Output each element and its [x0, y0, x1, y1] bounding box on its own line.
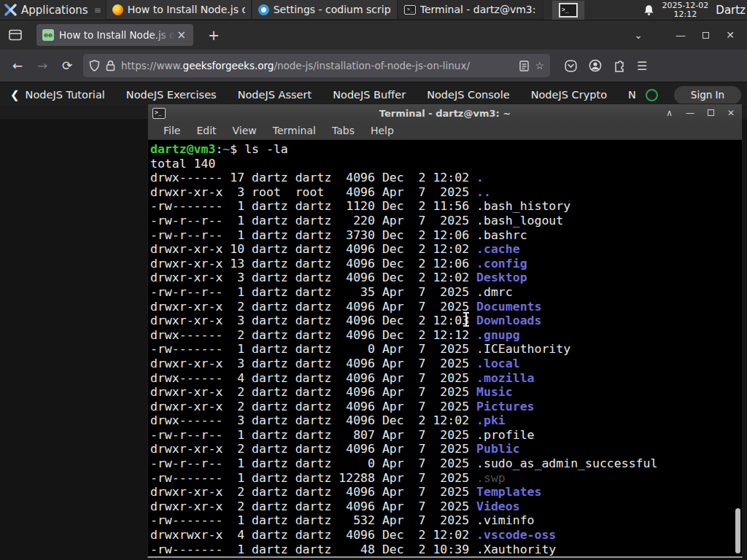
bookmark-star-icon[interactable]: ☆: [535, 60, 544, 71]
menu-item-help[interactable]: Help: [363, 125, 402, 136]
taskbar-window-firefox[interactable]: How to Install Node.js o...: [106, 0, 252, 20]
browser-tab[interactable]: ee How to Install Node.js on ×: [36, 24, 193, 46]
ls-name: Public: [476, 442, 520, 456]
ls-name: Music: [476, 385, 513, 399]
tab-close-icon[interactable]: ×: [175, 28, 187, 42]
terminal-maximize-icon[interactable]: [708, 104, 714, 122]
url-text[interactable]: https://www.geeksforgeeks.org/node-js/in…: [121, 60, 514, 71]
search-icon[interactable]: [646, 89, 658, 101]
menu-item-terminal[interactable]: Terminal: [265, 125, 324, 136]
window-minimize-icon[interactable]: —: [668, 29, 693, 41]
subnav-link-5[interactable]: NodeJS Crypto: [531, 89, 607, 101]
applications-menu-button[interactable]: Applications ≡: [0, 0, 106, 20]
ls-name: .bashrc: [476, 228, 527, 242]
account-icon[interactable]: [589, 59, 602, 72]
ls-meta: drwx------ 3 dartz dartz 4096 Dec 2 12:0…: [150, 413, 476, 427]
pocket-icon[interactable]: [565, 60, 577, 72]
toolbar-right-icons: ☰: [565, 59, 647, 73]
terminal-titlebar[interactable]: Terminal - dartz@vm3: ~ >_ ∧ — ✕: [148, 104, 742, 122]
window-close-icon[interactable]: ✕: [718, 29, 743, 41]
ls-name: .Xauthority: [476, 542, 556, 556]
reader-mode-icon[interactable]: [519, 61, 529, 71]
ls-line: drwx------ 2 dartz dartz 4096 Dec 2 12:1…: [150, 328, 742, 343]
terminal-close-icon[interactable]: ✕: [727, 104, 735, 122]
ls-meta: drwx------ 17 dartz dartz 4096 Dec 2 12:…: [150, 171, 476, 184]
prompt-user-host: dartz@vm3: [150, 142, 215, 156]
ls-name: .config: [476, 257, 527, 271]
subnav-link-2[interactable]: NodeJS Assert: [238, 89, 312, 101]
subnav-link-3[interactable]: NodeJS Buffer: [333, 89, 406, 101]
ls-line: -rw------- 1 dartz dartz 48 Dec 2 10:39 …: [150, 542, 742, 556]
extensions-icon[interactable]: [614, 60, 625, 72]
ls-line: drwxr-xr-x 2 dartz dartz 4096 Apr 7 2025…: [150, 385, 742, 400]
lock-icon[interactable]: [106, 60, 115, 71]
menu-item-tabs[interactable]: Tabs: [324, 125, 363, 136]
ls-line: drwxr-xr-x 3 dartz dartz 4096 Dec 2 12:0…: [150, 314, 742, 328]
ls-line: -rw------- 1 dartz dartz 1120 Dec 2 11:5…: [150, 199, 742, 214]
url-scheme: https://www.: [121, 60, 183, 71]
ls-line: drwx------ 17 dartz dartz 4096 Dec 2 12:…: [150, 171, 742, 185]
terminal-scrollbar[interactable]: [735, 140, 741, 556]
ls-meta: drwxr-xr-x 2 dartz dartz 4096 Apr 7 2025: [150, 442, 476, 456]
terminal-shade-icon[interactable]: ∧: [666, 104, 673, 122]
ls-meta: -rw-r--r-- 1 dartz dartz 35 Apr 7 2025: [150, 285, 476, 299]
ls-name: Pictures: [476, 400, 534, 413]
back-icon[interactable]: ←: [6, 58, 29, 73]
terminal-minimize-icon[interactable]: —: [686, 104, 694, 122]
ls-line: drwxr-xr-x 2 dartz dartz 4096 Apr 7 2025…: [150, 499, 742, 514]
ls-meta: -rw------- 1 dartz dartz 0 Apr 7 2025: [150, 342, 476, 356]
ls-meta: drwxr-xr-x 13 dartz dartz 4096 Dec 2 12:…: [150, 257, 476, 271]
ls-line: drwxr-xr-x 3 dartz dartz 4096 Apr 7 2025…: [150, 357, 742, 371]
ls-name: .vscode-oss: [476, 528, 556, 542]
ls-line: -rw------- 1 dartz dartz 532 Apr 7 2025 …: [150, 513, 742, 528]
menu-item-view[interactable]: View: [225, 125, 265, 136]
prompt-colon: :: [215, 142, 222, 156]
terminal-title: Terminal - dartz@vm3: ~: [148, 108, 742, 119]
ls-name: Templates: [476, 485, 541, 499]
taskbar-window-codium[interactable]: Settings - codium script...: [252, 0, 398, 20]
terminal-window-controls: ∧ — ✕: [666, 104, 738, 122]
top-panel: Applications ≡ How to Install Node.js o.…: [0, 0, 747, 20]
tray-username[interactable]: Dartz: [716, 4, 746, 17]
reload-icon[interactable]: ⟳: [55, 58, 79, 73]
window-maximize-icon[interactable]: [693, 29, 718, 41]
url-bar[interactable]: https://www.geeksforgeeks.org/node-js/in…: [83, 54, 550, 77]
tracking-shield-icon[interactable]: [89, 60, 100, 71]
ls-meta: drwxr-xr-x 2 dartz dartz 4096 Apr 7 2025: [150, 385, 476, 399]
ls-name: .bash_logout: [476, 214, 563, 228]
terminal-launcher[interactable]: >_: [552, 1, 584, 20]
subnav-link-4[interactable]: NodeJS Console: [427, 89, 510, 101]
ls-line: drwxrwxr-x 4 dartz dartz 4096 Dec 2 12:0…: [150, 528, 742, 542]
forward-icon[interactable]: →: [31, 58, 54, 73]
terminal-icon: >_: [404, 5, 416, 15]
sign-in-button[interactable]: Sign In: [674, 86, 741, 104]
ls-name: .: [476, 171, 484, 184]
ls-name: .sudo_as_admin_successful: [476, 456, 657, 470]
ls-line: drwxr-xr-x 2 dartz dartz 4096 Apr 7 2025…: [150, 300, 742, 314]
terminal-screen[interactable]: dartz@vm3:~$ ls -la total 140 drwx------…: [148, 140, 742, 556]
ls-line: drwxr-xr-x 3 root root 4096 Apr 7 2025 .…: [150, 185, 742, 200]
terminal-menubar: FileEditViewTerminalTabsHelp: [148, 122, 742, 140]
subnav-link-1[interactable]: NodeJS Exercises: [126, 89, 217, 101]
ls-meta: drwxr-xr-x 2 dartz dartz 4096 Apr 7 2025: [150, 400, 476, 413]
ls-line: drwxr-xr-x 2 dartz dartz 4096 Apr 7 2025…: [150, 400, 742, 414]
clock[interactable]: 2025-12-02 12:12: [662, 1, 708, 19]
new-tab-button[interactable]: +: [202, 27, 225, 43]
taskbar-window-terminal[interactable]: >_Terminal - dartz@vm3: ~: [398, 0, 543, 20]
terminal-scrollbar-thumb[interactable]: [735, 508, 740, 553]
ls-line: drwxr-xr-x 10 dartz dartz 4096 Dec 2 12:…: [150, 242, 742, 257]
terminal-window-icon: >_: [152, 108, 166, 119]
subnav-back-chevron-icon[interactable]: ❮: [10, 88, 20, 101]
url-domain: geeksforgeeks.org: [183, 60, 274, 71]
subnav-link-0[interactable]: NodeJS Tutorial: [26, 89, 105, 101]
menu-item-edit[interactable]: Edit: [188, 125, 224, 136]
notification-bell-icon[interactable]: [643, 4, 654, 16]
firefox-view-icon[interactable]: [4, 25, 26, 45]
ls-name: .ICEauthority: [476, 342, 570, 356]
subnav-links: NodeJS TutorialNodeJS ExercisesNodeJS As…: [26, 89, 740, 101]
menu-item-file[interactable]: File: [155, 125, 188, 136]
menu-hamburger-icon[interactable]: ☰: [637, 59, 647, 73]
list-all-tabs-icon[interactable]: ⌄: [626, 29, 651, 41]
navigation-toolbar: ← → ⟳ https://www.geeksforgeeks.org/node…: [0, 50, 747, 82]
ls-name: Desktop: [476, 271, 527, 284]
